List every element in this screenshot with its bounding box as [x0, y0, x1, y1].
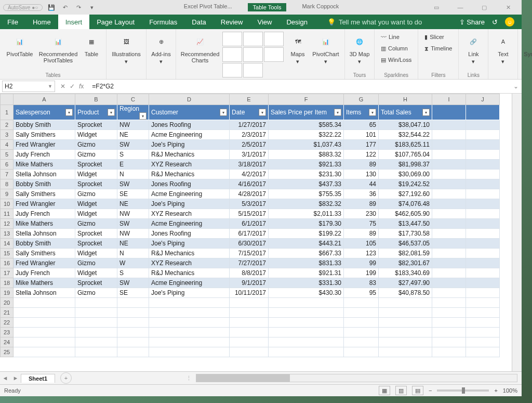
cell[interactable]: Acme Engineering — [149, 278, 230, 288]
cell[interactable]: $921.33 — [269, 160, 344, 170]
cell[interactable] — [432, 328, 466, 337]
cell[interactable]: Judy French — [14, 268, 75, 278]
row-header[interactable]: 22 — [1, 318, 14, 328]
cell[interactable] — [432, 318, 466, 328]
cell[interactable]: Fred Wrangler — [14, 140, 75, 150]
row-header[interactable]: 17 — [1, 268, 14, 278]
cell[interactable]: Gizmo — [75, 150, 117, 160]
cell[interactable] — [14, 328, 75, 337]
row-header[interactable]: 9 — [1, 189, 14, 199]
cell[interactable]: Fred Wrangler — [14, 258, 75, 268]
cell[interactable]: Widget — [75, 249, 117, 258]
cell[interactable]: Judy French — [14, 150, 75, 160]
cell[interactable] — [117, 337, 149, 347]
cell[interactable]: Sprocket — [75, 229, 117, 239]
history-icon[interactable]: ↺ — [492, 18, 498, 26]
row-header[interactable]: 10 — [1, 199, 14, 209]
cell[interactable]: Gizmo — [75, 140, 117, 150]
cell[interactable] — [432, 189, 466, 199]
cell[interactable] — [117, 318, 149, 328]
cell[interactable] — [149, 347, 230, 357]
cell[interactable]: SW — [117, 278, 149, 288]
cell[interactable] — [344, 318, 379, 328]
vertical-scrollbar[interactable] — [512, 94, 522, 371]
add-sheet-button[interactable]: + — [60, 372, 72, 384]
cell[interactable]: 1/27/2017 — [230, 120, 269, 130]
sheet-tab[interactable]: Sheet1 — [21, 374, 55, 383]
cell[interactable]: Jones Roofing — [149, 120, 230, 130]
row-header[interactable]: 25 — [1, 347, 14, 357]
cell[interactable]: $430.30 — [269, 288, 344, 298]
cell[interactable] — [466, 160, 500, 170]
zoom-out-icon[interactable]: − — [429, 387, 432, 394]
filter-dropdown-icon[interactable]: ▾ — [334, 109, 341, 116]
cell[interactable] — [466, 219, 500, 229]
tab-file[interactable]: File — [0, 15, 25, 29]
cell[interactable]: 99 — [344, 258, 379, 268]
cancel-formula-icon[interactable]: ✕ — [60, 83, 65, 90]
column-header[interactable]: D — [149, 94, 230, 105]
cell[interactable] — [466, 105, 500, 120]
cell[interactable] — [432, 268, 466, 278]
table-header-cell[interactable]: Sales Price per Item▾ — [269, 105, 344, 120]
cell[interactable] — [344, 298, 379, 308]
cell[interactable]: Acme Engineering — [149, 219, 230, 229]
cell[interactable]: Joe's Piping — [149, 288, 230, 298]
zoom-slider[interactable] — [437, 389, 489, 392]
cell[interactable]: $832.32 — [269, 199, 344, 209]
cell[interactable]: 4/2/2017 — [230, 170, 269, 179]
cell[interactable]: Sprocket — [75, 278, 117, 288]
cell[interactable] — [269, 328, 344, 337]
cell[interactable] — [117, 298, 149, 308]
chart-column-icon[interactable] — [222, 32, 242, 46]
cell[interactable]: $585.34 — [269, 120, 344, 130]
cell[interactable]: 7/15/2017 — [230, 249, 269, 258]
filter-dropdown-icon[interactable]: ▾ — [422, 109, 430, 116]
chart-pie-icon[interactable] — [264, 32, 284, 46]
cell[interactable]: Widget — [75, 130, 117, 140]
filter-dropdown-icon[interactable]: ▾ — [108, 109, 115, 116]
cell[interactable] — [14, 318, 75, 328]
table-header-cell[interactable]: Items▾ — [344, 105, 379, 120]
table-button[interactable]: ▦Table — [81, 31, 102, 57]
cell[interactable]: $107,765.04 — [379, 150, 432, 160]
cell[interactable] — [269, 308, 344, 318]
cell[interactable]: 36 — [344, 189, 379, 199]
minimize-icon[interactable]: — — [450, 0, 471, 15]
cell[interactable] — [432, 308, 466, 318]
cell[interactable] — [432, 278, 466, 288]
cell[interactable]: 75 — [344, 219, 379, 229]
cell[interactable]: Judy French — [14, 209, 75, 219]
cell[interactable] — [466, 209, 500, 219]
cell[interactable]: SE — [117, 288, 149, 298]
cell[interactable]: Gizmo — [75, 258, 117, 268]
cell[interactable]: 6/1/2017 — [230, 219, 269, 229]
cell[interactable] — [344, 347, 379, 357]
cell[interactable] — [14, 308, 75, 318]
cell[interactable]: 177 — [344, 140, 379, 150]
3dmap-button[interactable]: 🌐3D Map ▾ — [349, 31, 370, 65]
cell[interactable] — [75, 298, 117, 308]
cell[interactable]: $462,605.90 — [379, 209, 432, 219]
row-header[interactable]: 23 — [1, 328, 14, 337]
cell[interactable] — [230, 308, 269, 318]
cell[interactable]: Sprocket — [75, 120, 117, 130]
chart-surface-icon[interactable] — [243, 63, 263, 77]
recommended-pivottables-button[interactable]: 📊Recommended PivotTables — [37, 31, 79, 63]
cell[interactable]: SW — [117, 219, 149, 229]
cell[interactable]: N — [117, 249, 149, 258]
cell[interactable] — [230, 347, 269, 357]
tab-insert[interactable]: Insert — [58, 15, 90, 29]
cell[interactable] — [466, 328, 500, 337]
recommended-charts-button[interactable]: 📈Recommended Charts — [180, 31, 220, 63]
cell[interactable] — [14, 347, 75, 357]
cell[interactable]: $13,447.50 — [379, 219, 432, 229]
cell[interactable]: Widget — [75, 199, 117, 209]
cell[interactable]: S — [117, 150, 149, 160]
cell[interactable] — [269, 347, 344, 357]
cell[interactable] — [149, 308, 230, 318]
normal-view-icon[interactable]: ▦ — [379, 386, 390, 395]
cell[interactable] — [466, 130, 500, 140]
text-button[interactable]: AText ▾ — [493, 31, 513, 65]
cell[interactable] — [379, 347, 432, 357]
